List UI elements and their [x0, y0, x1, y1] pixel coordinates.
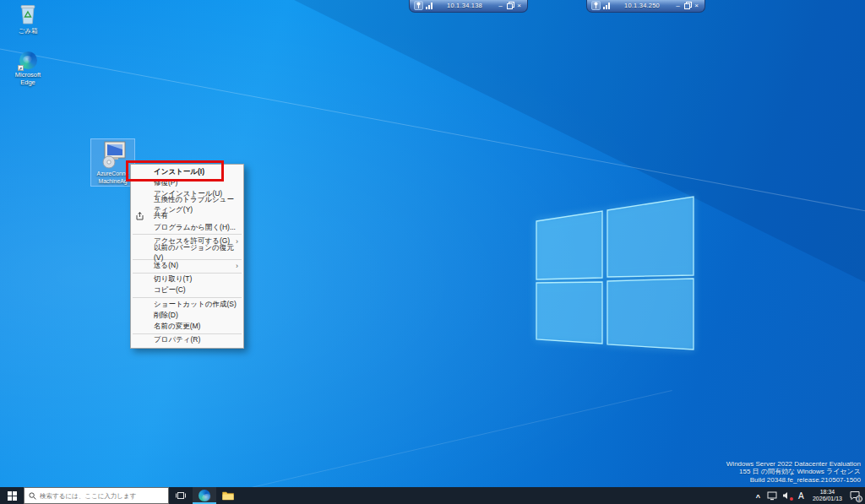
menu-item-create-shortcut[interactable]: ショートカットの作成(S): [131, 299, 243, 310]
minimize-icon[interactable]: –: [673, 1, 683, 10]
msi-installer-icon: [99, 141, 128, 169]
clock-time: 18:34: [813, 489, 842, 496]
menu-item-restore-previous-versions[interactable]: 以前のバージョンの復元(V): [131, 247, 243, 257]
windows-logo-wallpaper: [532, 193, 699, 355]
menu-item-open-with[interactable]: プログラムから開く(H)...: [131, 222, 243, 233]
signal-strength-icon: [603, 2, 611, 9]
menu-item-cut[interactable]: 切り取り(T): [131, 274, 243, 285]
taskbar-clock[interactable]: 18:34 2026/01/13: [809, 489, 846, 502]
watermark-line: 155 日 の間有効な Windows ライセンス: [726, 468, 861, 476]
pin-icon[interactable]: [591, 1, 601, 10]
close-icon[interactable]: ×: [514, 1, 524, 10]
volume-muted-icon[interactable]: [781, 487, 793, 504]
menu-separator: [133, 297, 242, 298]
menu-item-troubleshoot-compatibility[interactable]: 互換性のトラブルシューティング(Y): [131, 200, 243, 211]
action-center-button[interactable]: 1: [847, 487, 862, 504]
clock-date: 2026/01/13: [813, 496, 842, 502]
desktop: 10.1.34.138 – × 10.1.34.250 – × ごみ箱: [0, 0, 865, 504]
network-icon[interactable]: [766, 487, 779, 504]
menu-separator: [133, 273, 242, 274]
taskbar-file-explorer-button[interactable]: [216, 487, 240, 504]
shortcut-arrow-icon: ↗: [18, 65, 24, 71]
context-menu: インストール(I) 修復(P) アンインストール(U) 互換性のトラブルシューテ…: [130, 164, 244, 349]
tray-chevron-up-icon[interactable]: ^: [752, 489, 764, 504]
evaluation-watermark: Windows Server 2022 Datacenter Evaluatio…: [726, 460, 861, 485]
mute-red-dot: [790, 497, 793, 501]
windows-logo-icon: [8, 491, 17, 501]
taskbar-edge-button[interactable]: [193, 487, 216, 504]
menu-item-send-to[interactable]: 送る(N) ›: [131, 261, 243, 272]
task-view-icon: [176, 490, 186, 501]
watermark-line: Build 20348.fe_release.210507-1500: [726, 476, 861, 485]
desktop-icon-microsoft-edge[interactable]: ↗ Microsoft Edge: [7, 47, 49, 86]
notification-badge: 1: [856, 496, 862, 502]
task-view-button[interactable]: [169, 487, 193, 504]
recycle-bin-icon: [19, 3, 37, 25]
signal-strength-icon: [426, 2, 433, 9]
menu-separator: [133, 234, 242, 235]
chevron-right-icon: ›: [236, 262, 238, 270]
share-icon: [136, 212, 144, 222]
watermark-line: Windows Server 2022 Datacenter Evaluatio…: [726, 460, 861, 469]
minimize-icon[interactable]: –: [496, 1, 505, 10]
menu-item-rename[interactable]: 名前の変更(M): [131, 321, 243, 332]
rdp-ip-address: 10.1.34.138: [433, 2, 496, 9]
file-explorer-icon: [222, 490, 234, 501]
desktop-icon-label: ごみ箱: [7, 27, 49, 35]
search-input[interactable]: [40, 492, 164, 500]
search-icon: [29, 492, 36, 500]
menu-item-copy[interactable]: コピー(C): [131, 285, 243, 296]
restore-icon[interactable]: [505, 1, 514, 10]
system-tray: ^ A 18:34 2026/01/13 1: [752, 487, 865, 504]
restore-icon[interactable]: [683, 1, 692, 10]
pin-icon[interactable]: [414, 1, 423, 10]
desktop-icon-recycle-bin[interactable]: ごみ箱: [7, 3, 49, 35]
start-button[interactable]: [0, 487, 24, 504]
menu-item-delete[interactable]: 削除(D): [131, 310, 243, 321]
menu-separator: [133, 333, 242, 334]
rdp-ip-address: 10.1.34.250: [611, 2, 673, 9]
edge-icon: [199, 490, 210, 501]
rdp-connection-bar[interactable]: 10.1.34.138 – ×: [409, 0, 528, 13]
menu-item-properties[interactable]: プロパティ(R): [131, 335, 243, 346]
ime-indicator[interactable]: A: [795, 487, 808, 504]
menu-item-share[interactable]: 共有: [131, 211, 243, 222]
highlight-rectangle: [126, 160, 224, 182]
taskbar: ^ A 18:34 2026/01/13 1: [0, 487, 865, 504]
taskbar-search-box[interactable]: [24, 487, 169, 504]
close-icon[interactable]: ×: [692, 1, 701, 10]
rdp-connection-bar[interactable]: 10.1.34.250 – ×: [586, 0, 705, 13]
edge-icon: ↗: [19, 51, 37, 69]
desktop-icon-label: Microsoft Edge: [7, 71, 49, 86]
